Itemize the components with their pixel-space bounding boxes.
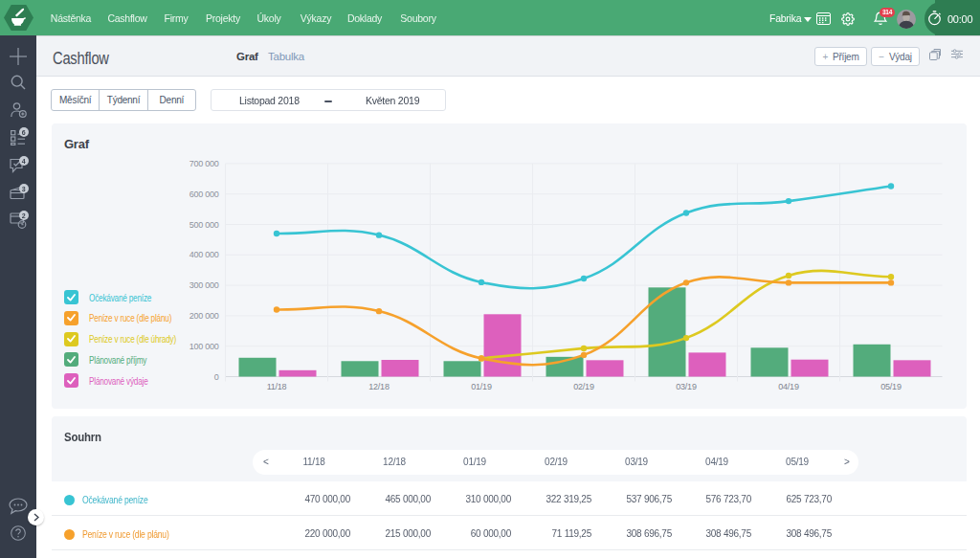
svg-text:400 000: 400 000 xyxy=(189,250,219,259)
svg-text:500 000: 500 000 xyxy=(189,220,219,230)
svg-text:600 000: 600 000 xyxy=(189,190,219,199)
svg-text:0: 0 xyxy=(214,372,219,382)
svg-text:200 000: 200 000 xyxy=(189,311,219,321)
svg-text:04/19: 04/19 xyxy=(778,382,799,391)
svg-text:11/18: 11/18 xyxy=(267,382,287,391)
svg-text:12/18: 12/18 xyxy=(368,382,390,391)
svg-text:01/19: 01/19 xyxy=(471,382,492,391)
svg-text:700 000: 700 000 xyxy=(189,159,219,168)
svg-text:100 000: 100 000 xyxy=(189,342,219,351)
svg-text:02/19: 02/19 xyxy=(573,382,594,391)
svg-text:03/19: 03/19 xyxy=(676,382,697,391)
svg-text:05/19: 05/19 xyxy=(880,382,902,391)
svg-text:300 000: 300 000 xyxy=(189,280,219,290)
